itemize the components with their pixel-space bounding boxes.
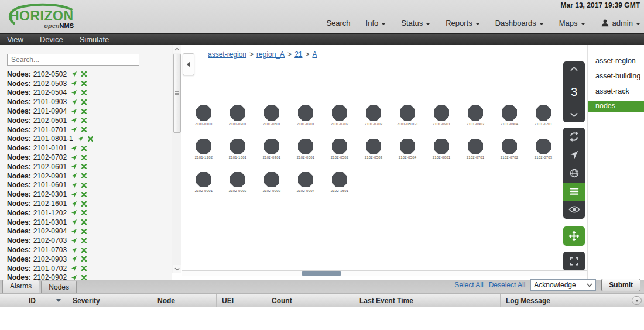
eye-button[interactable] (563, 201, 585, 219)
search-input[interactable] (7, 54, 139, 66)
locate-node-icon[interactable] (71, 163, 77, 170)
remove-from-focus-icon[interactable] (81, 109, 87, 114)
zoom-in-button[interactable] (570, 66, 578, 71)
remove-from-focus-icon[interactable] (81, 155, 87, 160)
map-node[interactable]: 2101-0801-1 (390, 105, 424, 126)
remove-from-focus-icon[interactable] (81, 183, 87, 188)
remove-from-focus-icon[interactable] (81, 219, 87, 225)
column-header[interactable]: UEI (217, 294, 266, 307)
remove-from-focus-icon[interactable] (81, 90, 87, 95)
locate-node-icon[interactable] (71, 265, 77, 271)
remove-from-focus-icon[interactable] (88, 136, 93, 142)
map-node[interactable]: 2102-0701 (458, 139, 492, 159)
locate-node-icon[interactable] (71, 219, 77, 225)
remove-from-focus-icon[interactable] (81, 99, 87, 105)
layer-item[interactable]: nodes (588, 101, 644, 112)
list-item[interactable]: Nodes: 2102-0301 (7, 190, 171, 199)
map-node[interactable]: 2102-0904 (289, 172, 323, 192)
list-item[interactable]: Nodes: 2102-0902 (7, 273, 171, 280)
map-horizontal-scrollbar[interactable] (182, 270, 587, 276)
locate-node-icon[interactable] (71, 90, 77, 96)
deselect-all-link[interactable]: Deselect All (489, 281, 526, 289)
highlight-focus-button[interactable] (563, 183, 585, 201)
footer-tab[interactable]: Alarms (2, 280, 39, 293)
nav-menu-item[interactable]: admin (601, 19, 640, 28)
remove-from-focus-icon[interactable] (81, 238, 87, 243)
locate-node-icon[interactable] (71, 228, 77, 235)
map-node[interactable]: 2102-0702 (492, 139, 526, 159)
list-item[interactable]: Nodes: 2101-0101 (7, 143, 171, 153)
horizontal-scrollbar-thumb[interactable] (302, 271, 341, 276)
map-node[interactable]: 2101-0301 (221, 105, 255, 126)
breadcrumb-link[interactable]: 21 (294, 50, 302, 59)
column-header[interactable]: Severity (67, 294, 152, 307)
scroll-up-button[interactable] (173, 45, 181, 53)
locate-node-icon[interactable] (71, 201, 77, 207)
column-header[interactable]: ID (23, 294, 67, 307)
list-item[interactable]: Nodes: 2102-0501 (7, 116, 171, 125)
remove-from-focus-icon[interactable] (81, 127, 87, 132)
zoom-out-button[interactable] (570, 112, 578, 118)
column-header[interactable]: Log Message (501, 294, 644, 307)
footer-tab[interactable]: Nodes (41, 281, 77, 293)
remove-from-focus-icon[interactable] (81, 256, 87, 262)
map-node[interactable]: 2102-0503 (357, 139, 390, 159)
locate-node-icon[interactable] (71, 182, 77, 188)
nav-menu-item[interactable]: Reports (446, 19, 480, 28)
layer-item[interactable]: asset-region (588, 53, 644, 68)
map-node[interactable]: 2102-0504 (390, 139, 424, 159)
list-item[interactable]: Nodes: 2102-0601 (7, 162, 171, 171)
remove-from-focus-icon[interactable] (81, 118, 87, 123)
remove-from-focus-icon[interactable] (81, 146, 87, 151)
locate-node-icon[interactable] (71, 154, 77, 161)
refresh-button[interactable] (563, 128, 585, 146)
map-node[interactable]: 2102-0903 (255, 172, 289, 192)
map-node[interactable]: 2101-0904 (492, 105, 526, 126)
remove-from-focus-icon[interactable] (81, 210, 87, 215)
layer-item[interactable]: asset-building (588, 68, 644, 84)
locate-node-icon[interactable] (71, 238, 77, 244)
list-item[interactable]: Nodes: 2101-0703 (7, 245, 171, 255)
map-node[interactable]: 2102-0902 (221, 172, 255, 192)
locate-node-icon[interactable] (71, 247, 77, 253)
locate-node-icon[interactable] (71, 191, 77, 198)
remove-from-focus-icon[interactable] (81, 164, 87, 169)
show-entire-map-button[interactable] (563, 164, 585, 182)
map-node[interactable]: 2102-0501 (289, 139, 323, 159)
map-node[interactable]: 2101-0701 (289, 105, 323, 126)
locate-node-icon[interactable] (71, 117, 77, 123)
locate-node-icon[interactable] (71, 209, 77, 216)
locate-node-icon[interactable] (71, 145, 77, 152)
fullscreen-button[interactable] (563, 252, 585, 271)
nav-menu-item[interactable]: Info (366, 19, 386, 28)
list-item[interactable]: Nodes: 2101-0701 (7, 125, 171, 135)
map-node[interactable]: 2102-0301 (255, 139, 289, 159)
scroll-down-button[interactable] (173, 265, 181, 273)
list-item[interactable]: Nodes: 2102-0903 (7, 255, 171, 264)
map-node[interactable]: 2102-0601 (424, 139, 458, 159)
pan-mode-button[interactable] (563, 226, 585, 246)
nav-menu-item[interactable]: Maps (559, 19, 585, 28)
nav-menu-item[interactable]: Dashboards (495, 19, 544, 28)
list-item[interactable]: Nodes: 2101-0904 (7, 106, 171, 116)
remove-from-focus-icon[interactable] (81, 173, 87, 178)
nav-menu-item[interactable]: Status (401, 19, 430, 28)
map-node[interactable]: 2102-1601 (323, 172, 357, 192)
locate-node-icon[interactable] (71, 99, 77, 105)
acknowledge-select[interactable]: Acknowledge (530, 279, 596, 291)
column-header[interactable]: Last Event Time (354, 294, 501, 307)
collapse-panel-button[interactable] (183, 53, 194, 75)
list-item[interactable]: Nodes: 2101-0301 (7, 218, 171, 227)
remove-from-focus-icon[interactable] (81, 71, 87, 77)
topology-map[interactable]: asset-region>region_A>21>A 2101-0101 210… (182, 45, 587, 280)
map-node[interactable]: 2101-1601 (221, 139, 255, 159)
locate-node-icon[interactable] (71, 173, 77, 179)
locate-node-icon[interactable] (71, 71, 77, 77)
remove-from-focus-icon[interactable] (81, 275, 87, 280)
nav-menu-item[interactable]: Search (326, 19, 350, 28)
list-item[interactable]: Nodes: 2101-0601 (7, 181, 171, 190)
list-item[interactable]: Nodes: 2102-0502 (7, 70, 171, 79)
remove-from-focus-icon[interactable] (81, 229, 87, 234)
list-item[interactable]: Nodes: 2102-0901 (7, 171, 171, 181)
list-item[interactable]: Nodes: 2101-1202 (7, 208, 171, 218)
